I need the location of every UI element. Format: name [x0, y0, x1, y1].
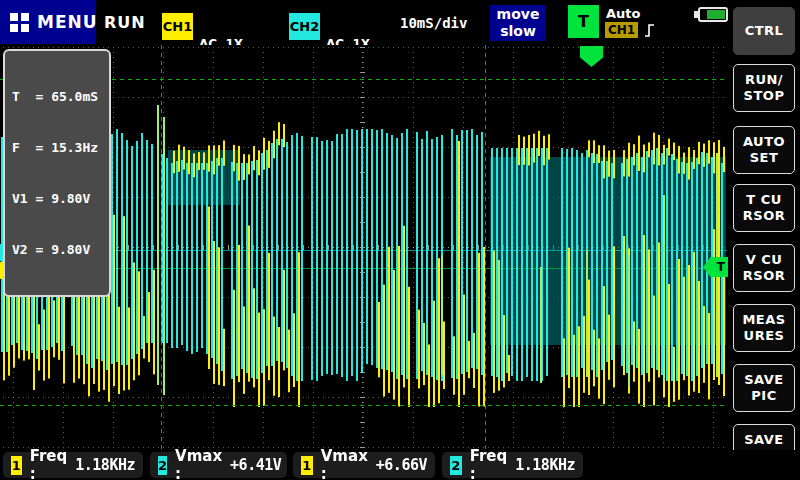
trigger-source-badge[interactable]: CH1 [605, 22, 638, 38]
menu-grid-icon [10, 13, 29, 32]
menu-button[interactable]: MENU [0, 0, 96, 44]
menu-label: MENU [37, 12, 98, 32]
cursor-v2: V2 = 9.80V [12, 241, 102, 258]
ch2-channel-square: 2 [158, 456, 167, 475]
stat-ch1-vmax: 1 Vmax : +6.66V [293, 452, 435, 478]
battery-icon [694, 7, 728, 22]
cursor-v1: V1 = 9.80V [12, 190, 102, 207]
measurement-status-bar: 1 Freq : 1.18KHz 2 Vmax : +6.41V 1 Vmax … [0, 450, 800, 480]
header-bar: MENU RUN CH1 AC 1X 2.5V/div CH2 AC 1X 2.… [0, 0, 728, 45]
run-status-text: RUN [104, 13, 146, 32]
cursor-freq: F = 15.3Hz [12, 139, 102, 156]
stat-ch2-vmax: 2 Vmax : +6.41V [150, 452, 287, 478]
v-cursor-button[interactable]: V CURSOR [733, 244, 795, 292]
timebase-setting[interactable]: 10mS/div [400, 15, 467, 31]
trigger-button[interactable]: T [568, 5, 599, 38]
ch1-badge[interactable]: CH1 [162, 13, 193, 40]
auto-set-button[interactable]: AUTOSET [733, 126, 795, 174]
ch2-badge[interactable]: CH2 [289, 13, 320, 40]
ch2-channel-square: 2 [450, 456, 462, 475]
stat-ch2-freq: 2 Freq : 1.18KHz [442, 452, 583, 478]
ch1-channel-square: 1 [11, 456, 22, 475]
scope-display-area: T = 65.0mS F = 15.3Hz V1 = 9.80V V2 = 9.… [0, 45, 728, 450]
ch1-channel-square: 1 [301, 456, 313, 475]
measures-button[interactable]: MEASURES [733, 304, 795, 352]
t-cursor-button[interactable]: T CURSOR [733, 184, 795, 232]
cursor-time: T = 65.0mS [12, 88, 102, 105]
cursor-measurement-box: T = 65.0mS F = 15.3Hz V1 = 9.80V V2 = 9.… [3, 49, 111, 297]
trigger-mode[interactable]: Auto [606, 6, 640, 21]
save-pic-button[interactable]: SAVEPIC [733, 364, 795, 412]
run-stop-button[interactable]: RUN/STOP [733, 64, 795, 112]
ctrl-button[interactable]: CTRL [733, 7, 795, 55]
oscilloscope-screen: MENU RUN CH1 AC 1X 2.5V/div CH2 AC 1X 2.… [0, 0, 800, 480]
move-speed-button[interactable]: move slow [490, 5, 546, 41]
rising-edge-icon [644, 22, 656, 39]
stat-ch1-freq: 1 Freq : 1.18KHz [3, 452, 143, 478]
side-button-panel: CTRL RUN/STOP AUTOSET T CURSOR V CURSOR … [728, 0, 800, 480]
